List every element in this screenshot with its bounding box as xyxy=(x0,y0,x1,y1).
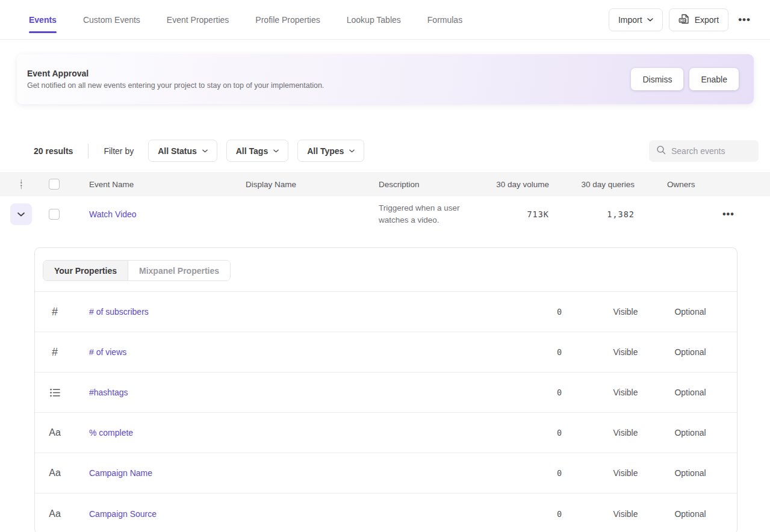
column-queries: 30 day queries xyxy=(554,180,639,189)
export-button[interactable]: CSV Export xyxy=(669,8,728,31)
collapse-all-icon[interactable]: ↓↑ xyxy=(0,179,42,189)
property-visibility: Visible xyxy=(595,468,656,478)
filter-bar: 20 results Filter by All Status All Tags… xyxy=(0,140,770,162)
types-filter-dropdown[interactable]: All Types xyxy=(297,140,364,162)
number-icon: # xyxy=(35,306,75,318)
text-icon: Aa xyxy=(35,468,75,478)
nav-actions: Import CSV Export ••• xyxy=(609,8,754,31)
results-count: 20 results xyxy=(34,146,73,156)
text-icon: Aa xyxy=(35,427,75,438)
nav-more-button[interactable]: ••• xyxy=(734,14,754,26)
property-name-link[interactable]: # of views xyxy=(75,347,523,357)
chevron-down-icon xyxy=(647,18,653,22)
enable-button[interactable]: Enable xyxy=(689,68,739,90)
property-requirement: Optional xyxy=(656,509,725,519)
events-table: ↓↑ Event Name Display Name Description 3… xyxy=(0,172,770,232)
column-display-name: Display Name xyxy=(246,180,379,189)
property-requirement: Optional xyxy=(656,468,725,478)
search-icon xyxy=(656,145,666,157)
import-button[interactable]: Import xyxy=(609,8,663,31)
property-visibility: Visible xyxy=(595,388,656,397)
search-events-box xyxy=(649,140,759,162)
property-value: 0 xyxy=(523,307,595,317)
event-name-link[interactable]: Watch Video xyxy=(89,209,137,219)
import-button-label: Import xyxy=(618,15,642,25)
property-visibility: Visible xyxy=(595,509,656,519)
property-visibility: Visible xyxy=(595,307,656,317)
top-navigation: Events Custom Events Event Properties Pr… xyxy=(0,0,770,40)
status-filter-label: All Status xyxy=(158,146,197,156)
events-table-header: ↓↑ Event Name Display Name Description 3… xyxy=(0,172,770,196)
row-checkbox[interactable] xyxy=(49,209,60,220)
banner-actions: Dismiss Enable xyxy=(631,68,739,90)
property-row: # # of views 0 Visible Optional xyxy=(35,332,737,373)
search-events-input[interactable] xyxy=(671,146,751,156)
dismiss-button[interactable]: Dismiss xyxy=(631,68,683,90)
property-visibility: Visible xyxy=(595,428,656,438)
list-icon xyxy=(35,388,75,397)
tab-custom-events[interactable]: Custom Events xyxy=(83,0,140,39)
tab-events[interactable]: Events xyxy=(29,0,57,39)
property-name-link[interactable]: Campaign Name xyxy=(75,468,523,478)
collapse-row-button[interactable] xyxy=(10,203,32,225)
filter-by-label: Filter by xyxy=(104,146,134,156)
property-requirement: Optional xyxy=(656,388,725,397)
tab-formulas[interactable]: Formulas xyxy=(427,0,462,39)
properties-tabs-area: Your Properties Mixpanel Properties xyxy=(35,248,737,292)
property-name-link[interactable]: #hashtags xyxy=(75,388,523,397)
property-requirement: Optional xyxy=(656,428,725,438)
row-more-button[interactable]: ••• xyxy=(722,209,745,220)
tab-event-properties[interactable]: Event Properties xyxy=(167,0,229,39)
tab-mixpanel-properties[interactable]: Mixpanel Properties xyxy=(128,261,230,280)
event-row-watch-video: Watch Video Triggered when a user watche… xyxy=(0,196,770,232)
divider xyxy=(88,144,88,158)
event-description: Triggered when a user watches a video. xyxy=(379,202,494,227)
property-row: Aa % complete 0 Visible Optional xyxy=(35,413,737,453)
tab-your-properties[interactable]: Your Properties xyxy=(43,261,128,280)
properties-tab-control: Your Properties Mixpanel Properties xyxy=(43,260,231,281)
property-requirement: Optional xyxy=(656,347,725,357)
properties-panel: Your Properties Mixpanel Properties # # … xyxy=(34,247,737,532)
tab-profile-properties[interactable]: Profile Properties xyxy=(255,0,320,39)
csv-file-icon: CSV xyxy=(678,13,690,26)
types-filter-label: All Types xyxy=(307,146,344,156)
column-description: Description xyxy=(379,180,494,189)
property-name-link[interactable]: # of subscribers xyxy=(75,307,523,317)
property-value: 0 xyxy=(523,509,595,519)
nav-tabs: Events Custom Events Event Properties Pr… xyxy=(29,0,462,39)
column-event-name: Event Name xyxy=(66,180,246,189)
property-value: 0 xyxy=(523,428,595,438)
property-row: # # of subscribers 0 Visible Optional xyxy=(35,292,737,332)
event-queries: 1,382 xyxy=(554,209,639,219)
svg-text:CSV: CSV xyxy=(680,19,686,22)
property-value: 0 xyxy=(523,388,595,397)
text-icon: Aa xyxy=(35,509,75,519)
property-name-link[interactable]: Campaign Source xyxy=(75,509,523,519)
export-button-label: Export xyxy=(695,15,719,25)
column-owners: Owners xyxy=(639,180,722,189)
banner-description: Get notified on all new events entering … xyxy=(27,81,324,90)
property-row: Aa Campaign Name 0 Visible Optional xyxy=(35,453,737,493)
select-all-checkbox[interactable] xyxy=(49,179,60,190)
property-requirement: Optional xyxy=(656,307,725,317)
banner-title: Event Approval xyxy=(27,69,324,78)
property-row: #hashtags 0 Visible Optional xyxy=(35,373,737,413)
column-volume: 30 day volume xyxy=(494,180,554,189)
property-row: Aa Campaign Source 0 Visible Optional xyxy=(35,493,737,532)
property-visibility: Visible xyxy=(595,347,656,357)
event-volume: 713K xyxy=(494,209,554,219)
chevron-down-icon xyxy=(202,149,208,153)
chevron-down-icon xyxy=(349,149,355,153)
chevron-down-icon xyxy=(273,149,279,153)
number-icon: # xyxy=(35,346,75,359)
banner-text: Event Approval Get notified on all new e… xyxy=(27,69,324,90)
tab-lookup-tables[interactable]: Lookup Tables xyxy=(347,0,401,39)
property-value: 0 xyxy=(523,347,595,357)
tags-filter-label: All Tags xyxy=(236,146,268,156)
event-approval-banner: Event Approval Get notified on all new e… xyxy=(17,54,754,104)
property-value: 0 xyxy=(523,468,595,478)
status-filter-dropdown[interactable]: All Status xyxy=(148,140,217,162)
tags-filter-dropdown[interactable]: All Tags xyxy=(226,140,288,162)
property-name-link[interactable]: % complete xyxy=(75,428,523,438)
